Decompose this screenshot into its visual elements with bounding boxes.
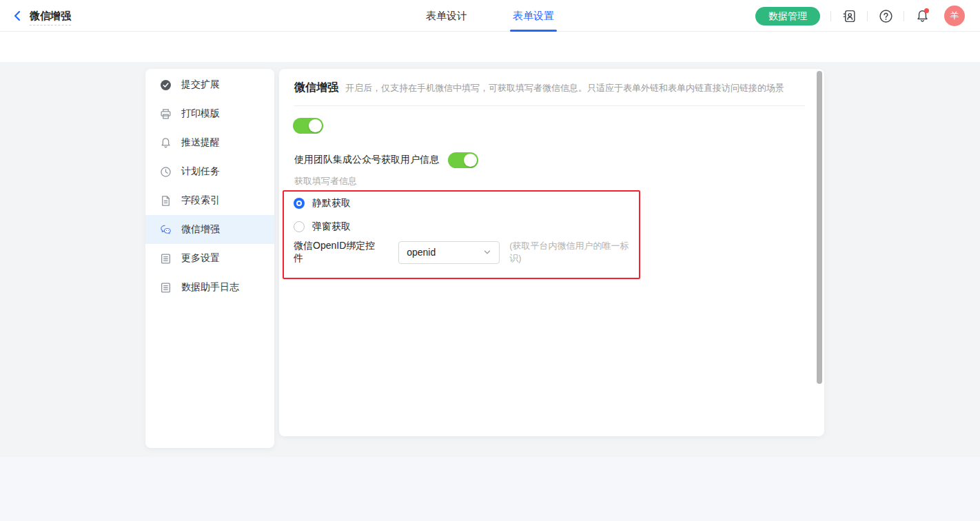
form-title[interactable]: 微信增强: [30, 10, 71, 25]
sidebar-item-scheduled-task[interactable]: 计划任务: [145, 157, 274, 186]
sidebar-item-label: 数据助手日志: [181, 281, 239, 294]
header-left: 微信增强: [10, 0, 71, 32]
divider: [830, 11, 831, 21]
notification-badge: [924, 8, 929, 13]
panel-title: 微信增强: [294, 81, 338, 95]
list-icon: [160, 253, 172, 265]
panel-header: 微信增强 开启后，仅支持在手机微信中填写，可获取填写者微信信息。只适应于表单外链…: [294, 81, 784, 95]
sidebar-item-label: 提交扩展: [181, 79, 220, 91]
sidebar-item-label: 更多设置: [181, 252, 220, 265]
chevron-down-icon: [483, 248, 491, 256]
official-account-label: 使用团队集成公众号获取用户信息: [294, 154, 439, 166]
printer-icon: [160, 108, 172, 120]
radio-label: 弹窗获取: [312, 221, 351, 233]
clock-icon: [160, 166, 172, 178]
toggle-knob: [464, 154, 477, 167]
official-account-row: 使用团队集成公众号获取用户信息: [294, 150, 478, 170]
list-icon: [160, 282, 172, 294]
check-circle-icon: [160, 79, 172, 91]
panel-description: 开启后，仅支持在手机微信中填写，可获取填写者微信信息。只适应于表单外链和表单内链…: [345, 82, 784, 94]
sidebar-item-label: 微信增强: [181, 223, 220, 236]
divider: [904, 11, 904, 21]
openid-select[interactable]: openid: [398, 241, 500, 264]
file-icon: [160, 195, 172, 207]
sidebar-item-wechat-enhance[interactable]: 微信增强: [145, 215, 274, 244]
highlight-red-box: 静默获取 弹窗获取 微信OpenID绑定控件 openid (获取平台内微信用户…: [283, 190, 640, 279]
sidebar-item-submit-extension[interactable]: 提交扩展: [145, 70, 274, 99]
sidebar-item-label: 字段索引: [181, 194, 220, 207]
radio-unselected-icon: [294, 221, 305, 232]
openid-binding-row: 微信OpenID绑定控件 openid (获取平台内微信用户的唯一标识): [294, 241, 639, 264]
radio-popup-fetch[interactable]: 弹窗获取: [294, 217, 351, 236]
settings-sidebar: 提交扩展 打印模版 推送提醒: [145, 69, 274, 448]
radio-selected-icon: [294, 198, 305, 209]
wechat-icon: [160, 224, 172, 236]
scrollbar-thumb[interactable]: [817, 71, 822, 384]
official-account-toggle[interactable]: [448, 152, 478, 168]
notification-bell-icon[interactable]: [915, 8, 930, 23]
sidebar-item-label: 打印模版: [181, 108, 220, 120]
divider: [294, 105, 805, 106]
toggle-knob: [309, 119, 322, 132]
sidebar-item-label: 推送提醒: [181, 136, 220, 149]
app-window: 微信增强 表单设计 表单设置 数据管理: [0, 0, 980, 521]
sidebar-item-more-settings[interactable]: 更多设置: [145, 244, 274, 273]
sidebar-item-print-template[interactable]: 打印模版: [145, 99, 274, 128]
radio-label: 静默获取: [312, 197, 351, 210]
tab-form-design[interactable]: 表单设计: [422, 0, 471, 32]
bell-icon: [160, 137, 172, 149]
contacts-icon[interactable]: [841, 8, 857, 23]
toolbar-strip: [0, 32, 980, 62]
sidebar-item-label: 计划任务: [181, 165, 220, 178]
help-icon[interactable]: [878, 8, 893, 23]
avatar[interactable]: 羊: [944, 6, 965, 26]
top-bar: 微信增强 表单设计 表单设置 数据管理: [0, 0, 980, 32]
radio-silent-fetch[interactable]: 静默获取: [294, 194, 351, 213]
sidebar-item-field-index[interactable]: 字段索引: [145, 186, 274, 215]
openid-hint: (获取平台内微信用户的唯一标识): [509, 240, 639, 265]
openid-binding-label: 微信OpenID绑定控件: [294, 240, 383, 265]
chevron-left-icon: [11, 10, 23, 22]
data-manage-button[interactable]: 数据管理: [755, 7, 820, 25]
back-button[interactable]: [10, 8, 25, 23]
header-right: 数据管理: [755, 0, 965, 32]
fetch-info-label: 获取填写者信息: [294, 175, 357, 187]
divider: [867, 11, 868, 21]
sidebar-item-push-reminder[interactable]: 推送提醒: [145, 128, 274, 157]
tab-form-settings[interactable]: 表单设置: [510, 0, 557, 32]
sidebar-item-data-assistant-log[interactable]: 数据助手日志: [145, 273, 274, 302]
wechat-enhance-toggle[interactable]: [293, 118, 323, 134]
wechat-enhance-panel: 微信增强 开启后，仅支持在手机微信中填写，可获取填写者微信信息。只适应于表单外链…: [279, 69, 824, 436]
openid-select-value: openid: [407, 247, 436, 258]
